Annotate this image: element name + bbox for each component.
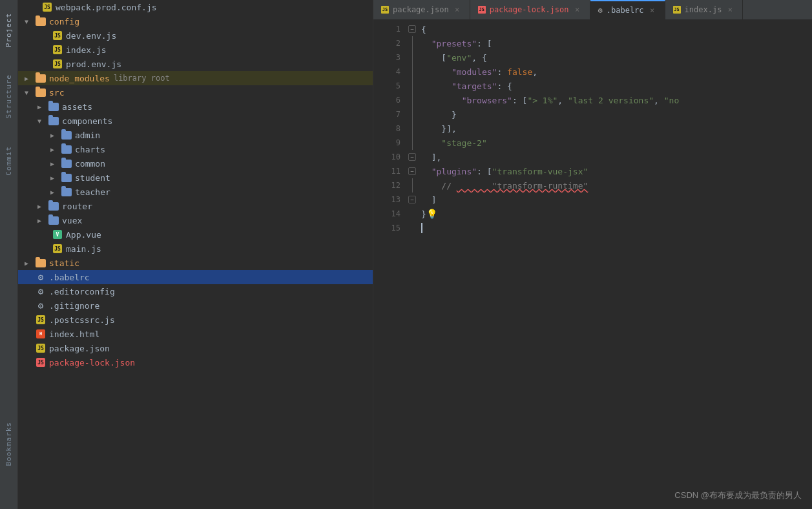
tree-item-prod-env[interactable]: JS prod.env.js: [18, 57, 373, 71]
tree-item-vuex[interactable]: ▶ vuex: [18, 213, 373, 227]
code-line-8: }],: [419, 121, 812, 136]
folder-icon-src: [35, 87, 47, 98]
tree-item-static[interactable]: ▶ static: [18, 256, 373, 270]
tab-label-index-js: index.js: [685, 5, 722, 14]
tab-close-package-json[interactable]: ×: [453, 5, 462, 14]
code-line-15: [419, 221, 812, 235]
tree-item-babelrc[interactable]: ⚙ .babelrc: [18, 270, 373, 284]
label-vuex: vuex: [62, 216, 82, 225]
folder-icon-admin: [61, 129, 72, 141]
html-icon-index: H: [35, 328, 47, 340]
tab-close-index-js[interactable]: ×: [725, 5, 734, 14]
tree-item-webpack-prod[interactable]: JS webpack.prod.conf.js: [18, 0, 373, 14]
folder-icon-common: [61, 158, 72, 169]
tree-item-charts[interactable]: ▶ charts: [18, 142, 373, 156]
tree-item-src[interactable]: ▼ src: [18, 85, 373, 99]
tab-bar: JS package.json × JS package-lock.json ×…: [373, 0, 812, 19]
gutter-12: [406, 178, 419, 192]
arrow-static: ▶: [25, 260, 35, 267]
tree-item-gitignore[interactable]: ⚙ .gitignore: [18, 298, 373, 313]
tree-item-editorconfig[interactable]: ⚙ .editorconfig: [18, 284, 373, 298]
code-line-10: ],: [419, 150, 812, 164]
fold-icon-11[interactable]: −: [408, 167, 416, 175]
label-package-json: package.json: [49, 344, 110, 353]
tab-close-babelrc[interactable]: ×: [648, 6, 657, 15]
tree-item-app-vue[interactable]: V App.vue: [18, 227, 373, 242]
tree-item-postcssrc[interactable]: JS .postcssrc.js: [18, 313, 373, 327]
tree-item-main-js[interactable]: JS main.js: [18, 242, 373, 256]
gutter-10[interactable]: −: [406, 150, 419, 164]
arrow-student: ▶: [50, 174, 61, 182]
fold-line-5: [412, 79, 413, 93]
label-student: student: [75, 173, 110, 183]
folder-icon-vuex: [48, 214, 59, 226]
tab-index-js[interactable]: JS index.js ×: [665, 0, 744, 19]
fold-icon-1[interactable]: −: [408, 25, 416, 33]
code-editor[interactable]: 1 2 3 4 5 6 7 8 9 10 11 12 13 14 15 −: [373, 19, 812, 509]
label-main-js: main.js: [66, 244, 101, 254]
tab-package-json[interactable]: JS package.json ×: [373, 0, 470, 19]
gutter: − − − −: [406, 19, 419, 509]
sidebar-item-structure[interactable]: Structure: [3, 70, 14, 123]
fold-line-3: [412, 50, 413, 65]
label-node-modules: node_modules: [49, 74, 110, 83]
activity-bar: Project Structure Commit Bookmarks: [0, 0, 18, 509]
folder-icon-assets: [48, 101, 59, 112]
gutter-15: [406, 221, 419, 235]
line-num-12: 12: [373, 178, 401, 192]
tab-package-lock[interactable]: JS package-lock.json ×: [470, 0, 590, 19]
tree-item-node-modules[interactable]: ▶ node_modules library root: [18, 71, 373, 85]
tree-item-dev-env[interactable]: JS dev.env.js: [18, 28, 373, 43]
label-teacher: teacher: [75, 187, 110, 197]
tree-item-package-json[interactable]: JS package.json: [18, 341, 373, 355]
fold-line-7: [412, 107, 413, 121]
tab-icon-index-js: JS: [673, 6, 681, 14]
tree-item-common[interactable]: ▶ common: [18, 156, 373, 171]
arrow-common: ▶: [50, 160, 61, 167]
folder-icon-teacher: [61, 186, 72, 198]
tab-close-package-lock[interactable]: ×: [573, 5, 582, 14]
gutter-5: [406, 79, 419, 93]
arrow-src: ▼: [25, 89, 35, 96]
gutter-13[interactable]: −: [406, 192, 419, 207]
code-line-14: }💡: [419, 207, 812, 221]
gutter-14: [406, 207, 419, 221]
arrow-charts: ▶: [50, 146, 61, 153]
label-static: static: [49, 258, 79, 268]
code-line-4: "modules": false,: [419, 65, 812, 79]
tree-item-index-js-config[interactable]: JS index.js: [18, 43, 373, 57]
tree-item-admin[interactable]: ▶ admin: [18, 128, 373, 142]
tab-babelrc[interactable]: ⚙ .babelrc ×: [590, 0, 665, 19]
label-config: config: [49, 17, 79, 26]
label-app-vue: App.vue: [66, 230, 101, 240]
gutter-8: [406, 121, 419, 136]
arrow-teacher: ▶: [50, 189, 61, 196]
gutter-11[interactable]: −: [406, 164, 419, 178]
file-tree-scroll[interactable]: JS webpack.prod.conf.js ▼ config JS dev.…: [18, 0, 373, 509]
gear-icon-gitignore: ⚙: [35, 300, 47, 311]
arrow-assets: ▶: [37, 103, 48, 110]
code-line-2: "presets": [: [419, 36, 812, 50]
tree-item-components[interactable]: ▼ components: [18, 114, 373, 128]
tree-item-package-lock[interactable]: JS package-lock.json: [18, 355, 373, 369]
fold-icon-10[interactable]: −: [408, 153, 416, 161]
sidebar-item-project[interactable]: Project: [3, 9, 14, 51]
tree-item-teacher[interactable]: ▶ teacher: [18, 185, 373, 199]
gear-icon-editorconfig: ⚙: [35, 286, 47, 297]
fold-icon-13[interactable]: −: [408, 196, 416, 203]
tree-item-router[interactable]: ▶ router: [18, 199, 373, 213]
line-num-7: 7: [373, 107, 401, 121]
gutter-1[interactable]: −: [406, 22, 419, 36]
gutter-2: [406, 36, 419, 50]
tree-item-student[interactable]: ▶ student: [18, 171, 373, 185]
line-num-4: 4: [373, 65, 401, 79]
tree-item-config[interactable]: ▼ config: [18, 14, 373, 28]
label-webpack-prod: webpack.prod.conf.js: [56, 3, 157, 12]
sidebar-item-bookmarks[interactable]: Bookmarks: [3, 418, 14, 470]
code-content[interactable]: { "presets": [ ["env", { "modules": fals…: [419, 19, 812, 509]
tree-item-index-html[interactable]: H index.html: [18, 327, 373, 341]
line-num-9: 9: [373, 136, 401, 150]
sidebar-item-commit[interactable]: Commit: [3, 142, 14, 180]
tree-item-assets[interactable]: ▶ assets: [18, 99, 373, 114]
label-assets: assets: [62, 102, 92, 112]
